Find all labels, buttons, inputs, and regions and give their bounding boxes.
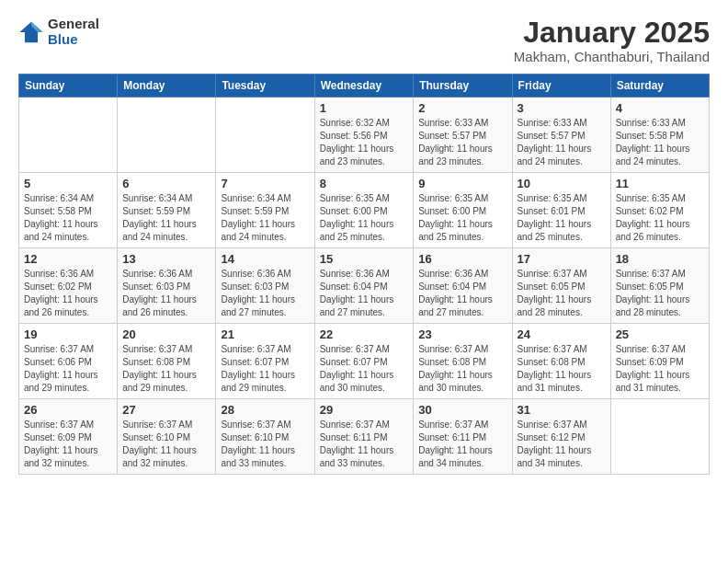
calendar-week-row: 5Sunrise: 6:34 AMSunset: 5:58 PMDaylight… (19, 173, 710, 248)
table-row: 9Sunrise: 6:35 AMSunset: 6:00 PMDaylight… (414, 173, 512, 248)
table-row: 26Sunrise: 6:37 AMSunset: 6:09 PMDayligh… (19, 399, 118, 475)
cell-info: Sunrise: 6:35 AMSunset: 6:02 PMDaylight:… (616, 192, 704, 244)
cell-date: 6 (122, 177, 210, 190)
cell-date: 9 (418, 177, 506, 190)
cell-date: 26 (24, 403, 112, 417)
cell-date: 23 (418, 327, 506, 341)
table-row: 31Sunrise: 6:37 AMSunset: 6:12 PMDayligh… (512, 399, 610, 475)
title-block: January 2025 Makham, Chanthaburi, Thaila… (514, 17, 710, 64)
cell-info: Sunrise: 6:37 AMSunset: 6:10 PMDaylight:… (122, 419, 210, 470)
subtitle: Makham, Chanthaburi, Thailand (514, 49, 710, 64)
col-saturday: Saturday (610, 75, 709, 98)
cell-info: Sunrise: 6:37 AMSunset: 6:07 PMDaylight:… (221, 343, 309, 395)
cell-date: 5 (24, 177, 112, 190)
cell-info: Sunrise: 6:37 AMSunset: 6:09 PMDaylight:… (616, 343, 704, 395)
table-row: 5Sunrise: 6:34 AMSunset: 5:58 PMDaylight… (19, 173, 118, 248)
calendar-week-row: 12Sunrise: 6:36 AMSunset: 6:02 PMDayligh… (19, 248, 710, 324)
cell-date: 14 (221, 252, 309, 266)
table-row: 3Sunrise: 6:33 AMSunset: 5:57 PMDaylight… (512, 98, 610, 173)
table-row: 18Sunrise: 6:37 AMSunset: 6:05 PMDayligh… (610, 248, 709, 324)
cell-info: Sunrise: 6:37 AMSunset: 6:08 PMDaylight:… (418, 343, 506, 395)
cell-date: 27 (122, 403, 210, 417)
cell-date: 16 (418, 252, 506, 266)
cell-info: Sunrise: 6:34 AMSunset: 5:59 PMDaylight:… (221, 192, 309, 244)
cell-info: Sunrise: 6:35 AMSunset: 6:00 PMDaylight:… (320, 192, 409, 244)
cell-date: 10 (518, 177, 606, 190)
main-title: January 2025 (514, 17, 710, 49)
cell-info: Sunrise: 6:33 AMSunset: 5:57 PMDaylight:… (518, 117, 606, 168)
table-row: 27Sunrise: 6:37 AMSunset: 6:10 PMDayligh… (118, 399, 216, 475)
cell-date: 12 (24, 252, 112, 266)
col-friday: Friday (512, 75, 610, 98)
cell-info: Sunrise: 6:36 AMSunset: 6:02 PMDaylight:… (24, 268, 112, 319)
table-row: 13Sunrise: 6:36 AMSunset: 6:03 PMDayligh… (118, 248, 216, 324)
cell-date: 29 (320, 403, 409, 417)
calendar-week-row: 19Sunrise: 6:37 AMSunset: 6:06 PMDayligh… (19, 324, 710, 399)
calendar-table: Sunday Monday Tuesday Wednesday Thursday… (18, 74, 710, 475)
calendar-header-row: Sunday Monday Tuesday Wednesday Thursday… (19, 75, 710, 98)
page-header: General Blue January 2025 Makham, Chanth… (18, 17, 710, 64)
table-row: 29Sunrise: 6:37 AMSunset: 6:11 PMDayligh… (314, 399, 414, 475)
cell-info: Sunrise: 6:37 AMSunset: 6:07 PMDaylight:… (320, 343, 409, 395)
logo-text: General Blue (48, 17, 99, 47)
cell-date: 15 (320, 252, 409, 266)
cell-info: Sunrise: 6:34 AMSunset: 5:58 PMDaylight:… (24, 192, 112, 244)
logo-icon (18, 19, 44, 45)
table-row: 8Sunrise: 6:35 AMSunset: 6:00 PMDaylight… (314, 173, 414, 248)
cell-info: Sunrise: 6:35 AMSunset: 6:01 PMDaylight:… (518, 192, 606, 244)
table-row: 30Sunrise: 6:37 AMSunset: 6:11 PMDayligh… (414, 399, 512, 475)
cell-info: Sunrise: 6:36 AMSunset: 6:04 PMDaylight:… (418, 268, 506, 319)
table-row: 19Sunrise: 6:37 AMSunset: 6:06 PMDayligh… (19, 324, 118, 399)
table-row: 7Sunrise: 6:34 AMSunset: 5:59 PMDaylight… (216, 173, 314, 248)
cell-info: Sunrise: 6:37 AMSunset: 6:06 PMDaylight:… (24, 343, 112, 395)
cell-date: 8 (320, 177, 409, 190)
cell-date: 13 (122, 252, 210, 266)
cell-info: Sunrise: 6:37 AMSunset: 6:08 PMDaylight:… (518, 343, 606, 395)
col-tuesday: Tuesday (216, 75, 314, 98)
cell-info: Sunrise: 6:37 AMSunset: 6:09 PMDaylight:… (24, 419, 112, 470)
table-row: 21Sunrise: 6:37 AMSunset: 6:07 PMDayligh… (216, 324, 314, 399)
col-wednesday: Wednesday (314, 75, 414, 98)
cell-info: Sunrise: 6:33 AMSunset: 5:58 PMDaylight:… (616, 117, 704, 168)
cell-info: Sunrise: 6:37 AMSunset: 6:05 PMDaylight:… (518, 268, 606, 319)
cell-date: 25 (616, 327, 704, 341)
table-row: 14Sunrise: 6:36 AMSunset: 6:03 PMDayligh… (216, 248, 314, 324)
cell-info: Sunrise: 6:36 AMSunset: 6:04 PMDaylight:… (320, 268, 409, 319)
table-row: 25Sunrise: 6:37 AMSunset: 6:09 PMDayligh… (610, 324, 709, 399)
cell-date: 18 (616, 252, 704, 266)
cell-info: Sunrise: 6:32 AMSunset: 5:56 PMDaylight:… (320, 117, 409, 168)
col-thursday: Thursday (414, 75, 512, 98)
cell-date: 31 (518, 403, 606, 417)
cell-info: Sunrise: 6:37 AMSunset: 6:08 PMDaylight:… (122, 343, 210, 395)
table-row (118, 98, 216, 173)
table-row: 10Sunrise: 6:35 AMSunset: 6:01 PMDayligh… (512, 173, 610, 248)
table-row: 12Sunrise: 6:36 AMSunset: 6:02 PMDayligh… (19, 248, 118, 324)
cell-date: 30 (418, 403, 506, 417)
cell-date: 2 (418, 101, 506, 115)
table-row: 17Sunrise: 6:37 AMSunset: 6:05 PMDayligh… (512, 248, 610, 324)
calendar-week-row: 1Sunrise: 6:32 AMSunset: 5:56 PMDaylight… (19, 98, 710, 173)
cell-date: 20 (122, 327, 210, 341)
cell-info: Sunrise: 6:37 AMSunset: 6:11 PMDaylight:… (418, 419, 506, 470)
table-row: 16Sunrise: 6:36 AMSunset: 6:04 PMDayligh… (414, 248, 512, 324)
main-container: General Blue January 2025 Makham, Chanth… (0, 0, 728, 484)
cell-date: 7 (221, 177, 309, 190)
col-monday: Monday (118, 75, 216, 98)
cell-date: 21 (221, 327, 309, 341)
cell-info: Sunrise: 6:37 AMSunset: 6:05 PMDaylight:… (616, 268, 704, 319)
table-row: 15Sunrise: 6:36 AMSunset: 6:04 PMDayligh… (314, 248, 414, 324)
cell-info: Sunrise: 6:37 AMSunset: 6:11 PMDaylight:… (320, 419, 409, 470)
logo-general: General (48, 17, 99, 32)
cell-info: Sunrise: 6:35 AMSunset: 6:00 PMDaylight:… (418, 192, 506, 244)
table-row: 6Sunrise: 6:34 AMSunset: 5:59 PMDaylight… (118, 173, 216, 248)
cell-date: 22 (320, 327, 409, 341)
col-sunday: Sunday (19, 75, 118, 98)
cell-info: Sunrise: 6:34 AMSunset: 5:59 PMDaylight:… (122, 192, 210, 244)
table-row (216, 98, 314, 173)
logo: General Blue (18, 17, 99, 47)
cell-info: Sunrise: 6:36 AMSunset: 6:03 PMDaylight:… (221, 268, 309, 319)
cell-date: 19 (24, 327, 112, 341)
cell-date: 17 (518, 252, 606, 266)
table-row: 4Sunrise: 6:33 AMSunset: 5:58 PMDaylight… (610, 98, 709, 173)
calendar-week-row: 26Sunrise: 6:37 AMSunset: 6:09 PMDayligh… (19, 399, 710, 475)
